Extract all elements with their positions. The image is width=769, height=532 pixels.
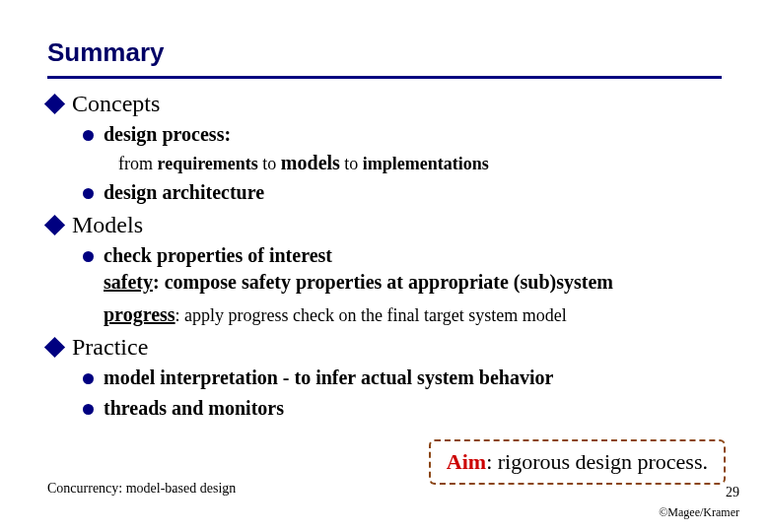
text-models: models [281,152,340,173]
models-progress-line: progress: apply progress check on the fi… [104,301,722,328]
section-label-concepts: Concepts [72,91,160,117]
section-label-practice: Practice [72,334,148,361]
concepts-design-architecture: design architecture [104,179,264,206]
slide-title: Summary [47,37,722,76]
text-implementations: implementations [363,154,489,173]
text-to2: to [340,154,363,173]
section-practice: Practice [47,334,722,361]
page-number: 29 [726,485,739,500]
list-item: design process: [83,121,722,148]
list-item: model interpretation - to infer actual s… [83,365,722,391]
dot-bullet-icon [83,404,94,415]
progress-text: : apply progress check on the final targ… [175,305,567,325]
safety-label: safety [104,271,153,293]
diamond-bullet-icon [44,94,65,114]
progress-label: progress [104,303,175,325]
models-check-properties: check properties of interest [104,242,332,269]
section-label-models: Models [72,212,143,238]
list-item: from requirements to models to implement… [118,150,722,175]
dot-bullet-icon [83,373,94,384]
aim-body: : rigorous design process. [486,449,708,474]
footer-left: Concurrency: model-based design [47,481,236,497]
text-to1: to [258,154,281,173]
concepts-design-process-detail: from requirements to models to implement… [118,154,489,173]
safety-text: : compose safety properties at appropria… [153,271,613,293]
models-safety-line: safety: compose safety properties at app… [104,269,722,296]
practice-model-interpretation: model interpretation - to infer actual s… [104,365,553,391]
dot-bullet-icon [83,188,94,199]
practice-threads-monitors: threads and monitors [104,395,284,422]
title-rule [47,76,722,79]
diamond-bullet-icon [44,337,65,358]
copyright: ©Magee/Kramer [659,505,739,520]
diamond-bullet-icon [44,215,65,235]
dot-bullet-icon [83,130,94,141]
section-models: Models [47,212,722,238]
dot-bullet-icon [83,251,94,262]
aim-label: Aim [447,449,486,474]
concepts-design-process: design process: [104,121,231,148]
aim-text: Aim: rigorous design process. [447,449,708,474]
list-item: threads and monitors [83,395,722,422]
list-item: check properties of interest [83,242,722,269]
text-from: from [118,154,158,173]
list-item: design architecture [83,179,722,206]
text-requirements: requirements [158,154,258,173]
section-concepts: Concepts [47,91,722,117]
aim-box: Aim: rigorous design process. [429,439,726,485]
